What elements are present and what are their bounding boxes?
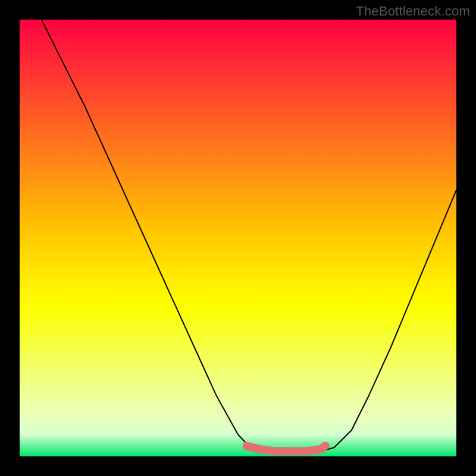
chart-container: { "watermark": "TheBottleneck.com", "cha… bbox=[0, 0, 476, 476]
optimum-band bbox=[247, 446, 325, 451]
plot-area bbox=[20, 20, 456, 456]
bottleneck-curve bbox=[42, 20, 456, 452]
curve-svg bbox=[20, 20, 456, 456]
watermark-text: TheBottleneck.com bbox=[356, 4, 470, 19]
